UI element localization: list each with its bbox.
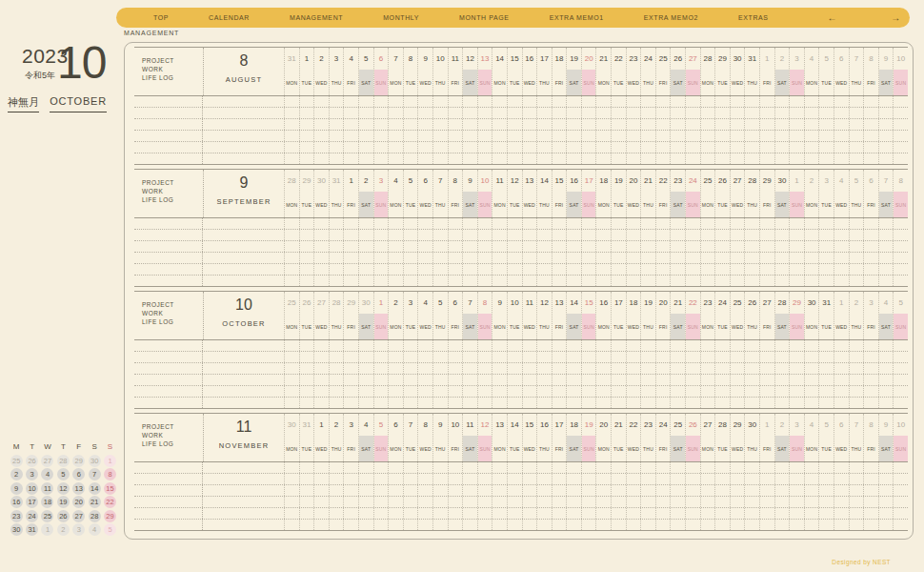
date-column[interactable]: 17FRI <box>552 414 567 461</box>
date-column[interactable]: 29TUE <box>299 170 314 217</box>
date-column[interactable]: 28TUE <box>714 414 730 461</box>
date-column[interactable]: 24SUN <box>685 170 700 217</box>
mini-cal-date[interactable]: 24 <box>26 510 38 522</box>
date-column[interactable]: 17SUN <box>581 170 596 217</box>
mini-cal-date[interactable]: 23 <box>10 510 23 522</box>
date-column[interactable]: 24FRI <box>655 414 671 461</box>
date-column[interactable]: 5TUE <box>403 170 418 217</box>
date-column[interactable]: 20MON <box>595 414 611 461</box>
date-column[interactable]: 6WED <box>834 48 849 95</box>
mini-cal-date[interactable]: 5 <box>104 523 116 536</box>
date-column[interactable]: 20SUN <box>581 48 596 95</box>
date-column[interactable]: 3FRI <box>863 292 878 339</box>
date-column[interactable]: 5TUE <box>818 414 834 461</box>
date-column[interactable]: 21MON <box>595 48 611 95</box>
date-column[interactable]: 8FRI <box>448 170 463 217</box>
date-column[interactable]: 5THU <box>849 170 864 217</box>
mini-cal-date[interactable]: 2 <box>10 468 23 480</box>
mini-cal-date[interactable]: 27 <box>72 510 85 522</box>
date-column[interactable]: 7TUE <box>403 414 418 461</box>
nav-item-extras[interactable]: EXTRAS <box>718 14 789 21</box>
date-column[interactable]: 2THU <box>849 292 864 339</box>
date-column[interactable]: 4WED <box>834 170 849 217</box>
date-column[interactable]: 18WED <box>626 292 641 339</box>
nav-item-calendar[interactable]: CALENDAR <box>189 14 270 21</box>
date-column[interactable]: 14TUE <box>507 414 522 461</box>
date-column[interactable]: 6WED <box>834 414 849 461</box>
date-column[interactable]: 15FRI <box>552 170 567 217</box>
mini-cal-date[interactable]: 2 <box>57 523 70 536</box>
date-column[interactable]: 23SAT <box>670 170 685 217</box>
date-column[interactable]: 2MON <box>388 292 403 339</box>
prev-arrow-icon[interactable]: ← <box>802 12 864 23</box>
date-column[interactable]: 2WED <box>313 48 329 95</box>
date-column[interactable]: 1FRI <box>759 414 774 461</box>
date-column[interactable]: 30SAT <box>358 292 373 339</box>
date-column[interactable]: 3THU <box>329 48 344 95</box>
mini-cal-date[interactable]: 5 <box>57 468 70 480</box>
date-column[interactable]: 6SUN <box>373 48 389 95</box>
date-column[interactable]: 27FRI <box>759 292 774 339</box>
date-column[interactable]: 18FRI <box>552 48 567 95</box>
date-column[interactable]: 3TUE <box>403 292 418 339</box>
date-column[interactable]: 5SUN <box>893 292 908 339</box>
mini-cal-date[interactable]: 10 <box>26 482 38 495</box>
date-column[interactable]: 20FRI <box>655 292 671 339</box>
date-column[interactable]: 7SAT <box>462 292 477 339</box>
date-column[interactable]: 28MON <box>284 170 299 217</box>
mini-cal-date[interactable]: 13 <box>72 482 85 495</box>
date-column[interactable]: 18MON <box>595 170 611 217</box>
date-column[interactable]: 11SAT <box>462 414 477 461</box>
date-column[interactable]: 31THU <box>329 170 344 217</box>
date-column[interactable]: 4WED <box>417 292 432 339</box>
date-column[interactable]: 8WED <box>417 414 432 461</box>
date-column[interactable]: 16THU <box>536 414 552 461</box>
date-column[interactable]: 5SUN <box>373 414 389 461</box>
date-column[interactable]: 1WED <box>834 292 849 339</box>
mini-cal-date[interactable]: 6 <box>72 468 85 480</box>
date-column[interactable]: 5SAT <box>358 48 373 95</box>
date-column[interactable]: 3FRI <box>343 414 358 461</box>
date-column[interactable]: 19TUE <box>611 170 626 217</box>
date-column[interactable]: 15TUE <box>507 48 522 95</box>
date-column[interactable]: 15SUN <box>581 292 596 339</box>
date-column[interactable]: 30THU <box>744 414 759 461</box>
date-column[interactable]: 27WED <box>313 292 329 339</box>
nav-item-monthly[interactable]: MONTHLY <box>363 14 439 21</box>
date-column[interactable]: 23MON <box>700 292 715 339</box>
mini-cal-date[interactable]: 3 <box>72 523 85 536</box>
date-column[interactable]: 5THU <box>432 292 448 339</box>
date-column[interactable]: 8SUN <box>477 292 492 339</box>
date-column[interactable]: 31TUE <box>818 292 834 339</box>
mini-cal-date[interactable]: 18 <box>41 496 53 508</box>
date-column[interactable]: 12SUN <box>477 414 492 461</box>
date-column[interactable]: 27WED <box>730 170 745 217</box>
date-column[interactable]: 30WED <box>730 48 745 95</box>
date-column[interactable]: 31TUE <box>299 414 314 461</box>
date-column[interactable]: 10THU <box>432 48 448 95</box>
date-column[interactable]: 23THU <box>640 414 655 461</box>
mini-cal-date[interactable]: 30 <box>89 455 101 467</box>
date-column[interactable]: 2SAT <box>358 170 373 217</box>
mini-cal-date[interactable]: 26 <box>57 510 70 522</box>
date-column[interactable]: 26SUN <box>685 414 700 461</box>
date-column[interactable]: 20WED <box>626 170 641 217</box>
date-column[interactable]: 8TUE <box>403 48 418 95</box>
date-column[interactable]: 7THU <box>849 48 864 95</box>
date-column[interactable]: 10SUN <box>893 48 908 95</box>
mini-cal-date[interactable]: 11 <box>41 482 53 495</box>
mini-cal-date[interactable]: 20 <box>72 496 85 508</box>
date-column[interactable]: 29SUN <box>789 292 804 339</box>
date-column[interactable]: 3SUN <box>789 48 804 95</box>
mini-cal-date[interactable]: 29 <box>72 455 85 467</box>
date-column[interactable]: 6FRI <box>863 170 878 217</box>
date-column[interactable]: 13WED <box>522 170 537 217</box>
date-column[interactable]: 8FRI <box>863 414 878 461</box>
date-column[interactable]: 28MON <box>700 48 715 95</box>
date-column[interactable]: 30SAT <box>774 170 790 217</box>
date-column[interactable]: 12SAT <box>462 48 477 95</box>
date-column[interactable]: 26THU <box>744 292 759 339</box>
date-column[interactable]: 3SUN <box>789 414 804 461</box>
date-column[interactable]: 31MON <box>284 48 299 95</box>
mini-cal-date[interactable]: 4 <box>89 523 101 536</box>
